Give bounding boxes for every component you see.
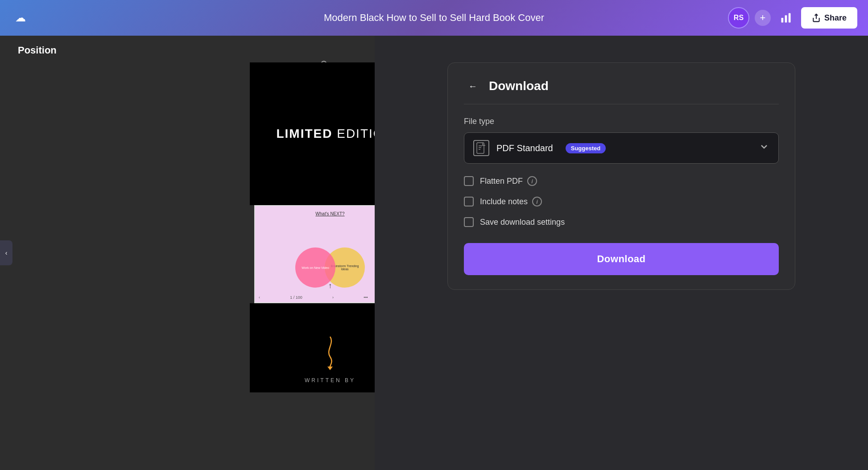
more-icon[interactable]: •••: [364, 295, 368, 300]
flatten-pdf-info-icon[interactable]: i: [527, 176, 537, 186]
include-notes-info-icon[interactable]: i: [532, 197, 542, 206]
download-panel: ← Download File type PDF Standard: [447, 62, 795, 290]
document-title: Modern Black How to Sell to Sell Hard Bo…: [324, 12, 544, 24]
prev-icon[interactable]: ‹: [259, 295, 260, 300]
book-cover-bottom: WRITTEN BY: [250, 303, 375, 392]
suggested-badge: Suggested: [566, 143, 606, 153]
canvas-area[interactable]: ‹ LIMITED EDITIO What's NEXT?: [0, 36, 375, 470]
include-notes-checkbox[interactable]: [464, 197, 474, 206]
book-title: LIMITED EDITIO: [276, 127, 375, 141]
include-notes-row: Include notes i: [464, 197, 779, 206]
main-content: Position ‹ LIMITED EDITIO: [0, 36, 868, 470]
back-button[interactable]: ←: [464, 77, 482, 95]
svg-marker-5: [327, 367, 333, 370]
book-preview: LIMITED EDITIO What's NEXT? Work on New …: [248, 36, 375, 470]
save-settings-label: Save download settings: [480, 218, 565, 227]
save-settings-checkbox[interactable]: [464, 217, 474, 227]
position-label: Position: [18, 45, 57, 56]
right-panel: ← Download File type PDF Standard: [375, 36, 868, 470]
chevron-down-icon: [759, 141, 769, 155]
flatten-pdf-row: Flatten PDF i: [464, 176, 779, 186]
add-button[interactable]: +: [755, 10, 771, 26]
pdf-icon: [473, 140, 489, 156]
flatten-pdf-checkbox[interactable]: [464, 176, 474, 186]
svg-rect-1: [785, 15, 787, 22]
file-type-dropdown[interactable]: PDF Standard Suggested: [464, 132, 779, 164]
download-button[interactable]: Download: [464, 243, 779, 275]
dropdown-selected-text: PDF Standard: [496, 143, 553, 153]
header-right: RS + Share: [728, 7, 857, 29]
share-button[interactable]: Share: [801, 7, 857, 29]
next-icon[interactable]: ›: [332, 295, 334, 300]
panel-title: Download: [489, 79, 549, 93]
slide-preview: What's NEXT? Work on New Video Brainstor…: [254, 205, 375, 303]
header: ☁ Modern Black How to Sell to Sell Hard …: [0, 0, 868, 36]
avatar[interactable]: RS: [728, 7, 749, 29]
analytics-icon[interactable]: [776, 8, 796, 28]
header-left: ☁: [11, 8, 30, 28]
share-label: Share: [824, 13, 847, 23]
file-type-label: File type: [464, 117, 779, 126]
include-notes-label: Include notes i: [480, 197, 542, 206]
page-indicator: 1 / 100: [290, 295, 302, 300]
collapse-button[interactable]: ‹: [0, 240, 12, 265]
dropdown-left: PDF Standard Suggested: [473, 140, 606, 156]
canvas-panel: Position ‹ LIMITED EDITIO: [0, 36, 375, 470]
circle-pink: Work on New Video: [295, 247, 335, 288]
svg-rect-0: [781, 18, 783, 23]
book-cover-top: LIMITED EDITIO: [250, 62, 375, 205]
panel-header: ← Download: [464, 77, 779, 104]
cloud-icon[interactable]: ☁: [11, 8, 30, 28]
flatten-pdf-label: Flatten PDF i: [480, 176, 537, 186]
slide-header-text: What's NEXT?: [315, 211, 344, 216]
written-by: WRITTEN BY: [305, 377, 355, 383]
slide-controls: ‹ 1 / 100 › ••• ⤢: [255, 295, 375, 300]
svg-rect-2: [789, 13, 791, 23]
save-settings-row: Save download settings: [464, 217, 779, 227]
